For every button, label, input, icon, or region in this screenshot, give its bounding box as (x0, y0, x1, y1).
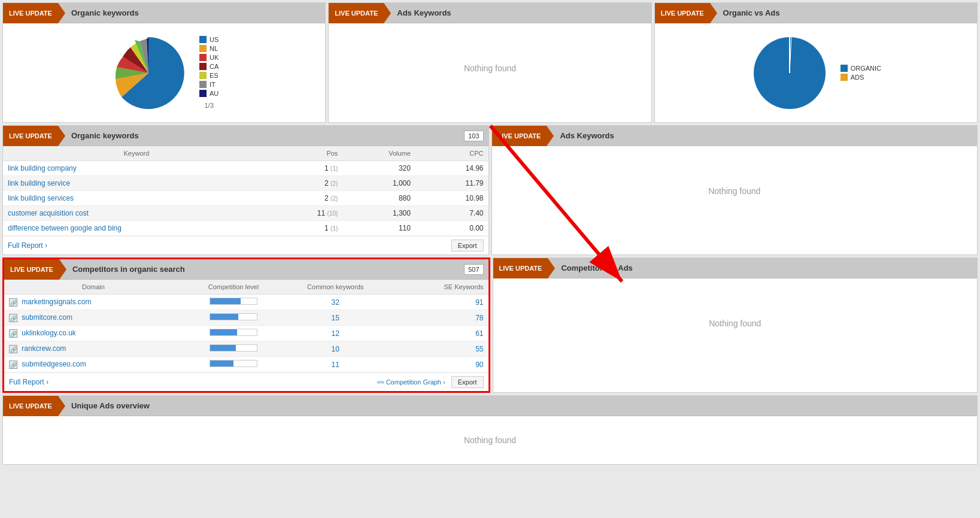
organic-vs-ads-header: LIVE UPDATE Organic vs Ads (655, 3, 977, 23)
common-link[interactable]: 15 (332, 314, 339, 322)
domain-link[interactable]: rankcrew.com (22, 344, 66, 353)
competitors-organic-full-report[interactable]: Full Report › (9, 378, 48, 386)
se-link[interactable]: 90 (475, 361, 483, 369)
pos-cell: 2 (2) (270, 176, 343, 191)
cpc-cell: 14.96 (415, 161, 489, 176)
competition-bar-fill (210, 345, 236, 351)
domain-icon: 🔗 (9, 329, 17, 338)
legend-color-nl (199, 45, 207, 52)
legend-color-au (199, 90, 207, 97)
common-cell: 11 (284, 357, 386, 372)
pagination[interactable]: 1/3 (199, 101, 219, 110)
domain-link[interactable]: submitedgeseo.com (22, 360, 86, 368)
pos-cell: 1 (1) (270, 161, 343, 176)
organic-keywords-full-report[interactable]: Full Report › (8, 241, 47, 250)
legend-label-ca: CA (210, 63, 219, 70)
header-arrow-2 (384, 3, 391, 23)
organic-keyword-row: link building service 2 (2) 1,000 11.79 (3, 176, 489, 191)
competition-bar-bg (210, 298, 257, 305)
header-arrow-3 (710, 3, 717, 23)
competitors-organic-header: LIVE UPDATE Competitors in organic searc… (4, 259, 489, 280)
domain-link[interactable]: marketingsignals.com (22, 298, 91, 306)
live-update-badge-6: LIVE UPDATE (4, 259, 59, 280)
live-update-badge-1: LIVE UPDATE (3, 3, 58, 23)
pie-legend: US NL UK CA (199, 36, 219, 110)
legend-nl: NL (199, 45, 219, 52)
volume-cell: 880 (342, 191, 415, 206)
legend-label-nl: NL (210, 45, 218, 52)
common-link[interactable]: 32 (332, 298, 339, 307)
competition-bar-fill (210, 329, 237, 335)
domain-link[interactable]: uklinkology.co.uk (22, 329, 76, 337)
domain-icon: 🔗 (9, 345, 17, 353)
keyword-cell: difference between google and bing (3, 221, 270, 236)
competitors-organic-export-btn[interactable]: Export (451, 376, 484, 388)
legend-label-es: ES (210, 72, 219, 79)
se-link[interactable]: 55 (475, 345, 483, 353)
competitors-ads-panel: LIVE UPDATE Competitors in Ads Nothing f… (493, 258, 978, 393)
competition-cell (183, 341, 284, 357)
volume-cell: 320 (342, 161, 415, 176)
competitors-organic-badge: 507 (464, 264, 483, 275)
keyword-link[interactable]: link building services (8, 194, 74, 202)
common-cell: 32 (284, 295, 386, 310)
legend-color-uk (199, 54, 207, 61)
competitor-row: 🔗 uklinkology.co.uk 12 61 (4, 326, 489, 341)
se-link[interactable]: 91 (475, 298, 483, 307)
volume-cell: 1,300 (342, 206, 415, 221)
competition-cell (183, 357, 284, 372)
keyword-link[interactable]: difference between google and bing (8, 224, 122, 232)
keyword-cell: customer acquisition cost (3, 206, 270, 221)
competitors-organic-title: Competitors in organic search (66, 265, 464, 274)
legend-color-es (199, 72, 207, 79)
competitor-row: 🔗 rankcrew.com 10 55 (4, 341, 489, 357)
competition-graph-link[interactable]: ≈≈ Competition Graph › (377, 378, 445, 386)
unique-ads-panel: LIVE UPDATE Unique Ads overview Nothing … (2, 395, 978, 465)
cpc-cell: 11.79 (415, 176, 489, 191)
organic-keywords-table-title: Organic keywords (65, 131, 464, 140)
legend-color-ads (841, 74, 848, 81)
competitors-table-header-row: Domain Competition level Common keywords… (4, 280, 489, 295)
legend-items: US NL UK CA (199, 36, 219, 97)
competition-bar-bg (210, 344, 257, 352)
competition-bar-bg (210, 329, 257, 336)
keyword-link[interactable]: customer acquisition cost (8, 209, 89, 217)
organic-keywords-export-btn[interactable]: Export (451, 240, 484, 252)
pie-chart (110, 34, 187, 112)
keyword-link[interactable]: link building service (8, 179, 70, 187)
live-update-badge-4: LIVE UPDATE (3, 126, 58, 146)
legend-label-it: IT (210, 81, 216, 88)
common-link[interactable]: 12 (332, 329, 339, 338)
competitors-ads-title: Competitors in Ads (555, 263, 977, 272)
se-link[interactable]: 78 (475, 314, 483, 322)
pos-sub: (1) (330, 225, 338, 232)
col-header-keyword: Keyword (3, 146, 270, 161)
legend-ca: CA (199, 63, 219, 70)
pie-container: US NL UK CA (110, 34, 219, 112)
se-link[interactable]: 61 (475, 329, 483, 338)
common-link[interactable]: 11 (332, 361, 339, 369)
competition-bar-bg (210, 360, 257, 367)
organic-keywords-table-header: LIVE UPDATE Organic keywords 103 (3, 126, 489, 146)
common-link[interactable]: 10 (332, 345, 339, 353)
legend-us: US (199, 36, 219, 43)
keyword-cell: link building company (3, 161, 270, 176)
se-cell: 90 (386, 357, 488, 372)
domain-cell: 🔗 submitcore.com (4, 310, 183, 326)
organic-vs-ads-title: Organic vs Ads (717, 8, 977, 17)
live-update-badge-8: LIVE UPDATE (3, 396, 58, 416)
ads-keywords-table-nothing-found: Nothing found (492, 146, 978, 236)
middle-row: LIVE UPDATE Organic keywords 103 Keyword… (2, 125, 978, 255)
domain-link[interactable]: submitcore.com (22, 313, 72, 322)
col-header-domain: Domain (4, 280, 183, 295)
competition-graph-label: Competition Graph › (386, 378, 445, 386)
col-header-common: Common keywords (284, 280, 386, 295)
keyword-link[interactable]: link building company (8, 164, 77, 172)
top-panel-ads-keywords: LIVE UPDATE Ads Keywords Nothing found (328, 2, 651, 123)
competitors-organic-footer: Full Report › ≈≈ Competition Graph › Exp… (4, 372, 489, 391)
competition-cell (183, 295, 284, 310)
competition-bar-fill (210, 298, 241, 304)
keyword-cell: link building services (3, 191, 270, 206)
competition-cell (183, 310, 284, 326)
legend-label-us: US (210, 36, 219, 43)
